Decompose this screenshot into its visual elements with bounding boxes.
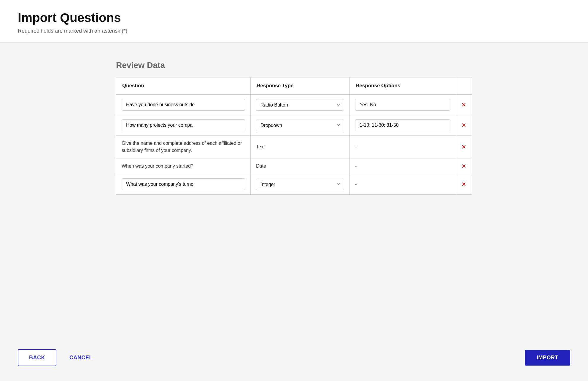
cancel-button[interactable]: CANCEL — [63, 350, 98, 366]
page-wrapper: Import Questions Required fields are mar… — [0, 0, 588, 381]
delete-cell: ✕ — [456, 94, 472, 115]
response-type-cell: Text — [251, 136, 350, 158]
question-input-1[interactable] — [122, 99, 245, 111]
delete-row-icon-1[interactable]: ✕ — [461, 101, 466, 108]
delete-row-icon-5[interactable]: ✕ — [461, 181, 466, 188]
response-type-select-1[interactable]: Radio Button Dropdown Text Date Integer — [256, 99, 344, 111]
response-type-cell: Radio Button Dropdown Text Date Integer — [251, 174, 350, 195]
response-options-input-1[interactable] — [355, 99, 450, 111]
response-options-dash-3: - — [355, 144, 357, 149]
footer-left: BACK CANCEL — [18, 349, 98, 366]
table-row: Radio Button Dropdown Text Date Integer … — [116, 174, 472, 195]
back-button[interactable]: BACK — [18, 349, 56, 366]
response-options-cell — [350, 115, 456, 136]
question-cell — [116, 115, 251, 136]
column-header-question: Question — [116, 77, 251, 95]
page-title: Import Questions — [18, 11, 570, 25]
response-options-cell: - — [350, 136, 456, 158]
delete-cell: ✕ — [456, 136, 472, 158]
delete-cell: ✕ — [456, 174, 472, 195]
response-type-select-5[interactable]: Radio Button Dropdown Text Date Integer — [256, 179, 344, 190]
review-container: Review Data Question Response Type Respo… — [116, 61, 472, 195]
delete-row-icon-2[interactable]: ✕ — [461, 122, 466, 129]
table-row: When was your company started? Date - ✕ — [116, 158, 472, 174]
table-row: Radio Button Dropdown Text Date Integer — [116, 94, 472, 115]
table-row: Radio Button Dropdown Text Date Integer — [116, 115, 472, 136]
question-cell: Give the name and complete address of ea… — [116, 136, 251, 158]
delete-row-icon-3[interactable]: ✕ — [461, 143, 466, 150]
question-input-2[interactable] — [122, 119, 245, 131]
question-cell: When was your company started? — [116, 158, 251, 174]
response-options-cell — [350, 94, 456, 115]
column-header-response-type: Response Type — [251, 77, 350, 95]
column-header-actions — [456, 77, 472, 95]
delete-row-icon-4[interactable]: ✕ — [461, 163, 466, 170]
response-type-cell: Radio Button Dropdown Text Date Integer — [251, 94, 350, 115]
response-type-text-3: Text — [256, 144, 265, 149]
main-content: Review Data Question Response Type Respo… — [0, 43, 588, 334]
footer-section: BACK CANCEL IMPORT — [0, 334, 588, 381]
response-options-dash-5: - — [355, 182, 357, 187]
question-input-5[interactable] — [122, 178, 245, 190]
response-options-dash-4: - — [355, 163, 357, 169]
response-type-text-4: Date — [256, 163, 266, 169]
delete-cell: ✕ — [456, 115, 472, 136]
review-data-table: Question Response Type Response Options — [116, 77, 472, 195]
review-section-title: Review Data — [116, 61, 472, 70]
table-header-row: Question Response Type Response Options — [116, 77, 472, 95]
response-options-cell: - — [350, 158, 456, 174]
column-header-response-options: Response Options — [350, 77, 456, 95]
question-cell — [116, 94, 251, 115]
question-text-4: When was your company started? — [122, 163, 193, 169]
response-options-cell: - — [350, 174, 456, 195]
import-button[interactable]: IMPORT — [525, 350, 570, 366]
response-type-cell: Date — [251, 158, 350, 174]
response-options-input-2[interactable] — [355, 119, 450, 131]
delete-cell: ✕ — [456, 158, 472, 174]
response-type-select-2[interactable]: Radio Button Dropdown Text Date Integer — [256, 120, 344, 131]
header-section: Import Questions Required fields are mar… — [0, 0, 588, 43]
page-subtitle: Required fields are marked with an aster… — [18, 28, 570, 34]
table-row: Give the name and complete address of ea… — [116, 136, 472, 158]
response-type-cell: Radio Button Dropdown Text Date Integer — [251, 115, 350, 136]
question-text-3: Give the name and complete address of ea… — [122, 141, 242, 153]
question-cell — [116, 174, 251, 195]
